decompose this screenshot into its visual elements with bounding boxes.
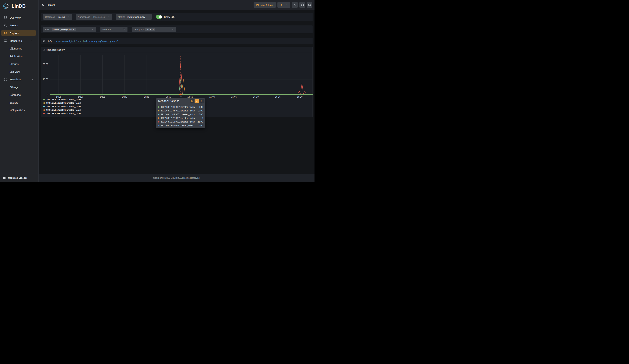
namespace-select[interactable]: Namespace Please select bbox=[76, 14, 112, 20]
tooltip-series-name: 192.168.1.135:9001:created_tasks bbox=[161, 110, 195, 112]
sidebar-item-dashboard[interactable]: Dashboard bbox=[1, 45, 36, 52]
help-button[interactable] bbox=[307, 2, 313, 8]
tooltip-timestamp: 2022-11-02 14:52:50 bbox=[158, 100, 179, 103]
sidebar-item-replication[interactable]: Replication bbox=[1, 53, 36, 59]
legend-item[interactable]: 192.168.1.108:9001:created_tasks bbox=[43, 98, 81, 101]
sidebar-item-search[interactable]: Search bbox=[1, 22, 36, 28]
sidebar-item-explore[interactable]: Explore bbox=[1, 99, 36, 106]
series-color-dot bbox=[43, 106, 45, 107]
tooltip-series-value: 21.00 bbox=[197, 121, 203, 123]
close-icon[interactable]: ✕ bbox=[73, 28, 74, 31]
chevron-down-icon bbox=[108, 16, 110, 18]
footer: Copyright © 2022 LinDB.io. All Rights Re… bbox=[39, 174, 314, 182]
group-by-tag[interactable]: node ✕ bbox=[146, 28, 156, 31]
metrics-select[interactable]: Metrics lindb.broker.query bbox=[116, 14, 152, 20]
group-by-select[interactable]: Group By node ✕ bbox=[132, 27, 176, 32]
github-icon bbox=[301, 3, 304, 7]
share-icon bbox=[11, 109, 14, 112]
sort-value-button[interactable]: 09 bbox=[199, 99, 204, 103]
line-chart-icon bbox=[43, 49, 45, 51]
show-lql-toggle-wrap: Show LQL bbox=[156, 15, 175, 19]
sidebar-item-request[interactable]: Request bbox=[1, 61, 36, 67]
collapse-sidebar-icon bbox=[3, 176, 6, 180]
sidebar-item-database[interactable]: Database bbox=[1, 92, 36, 98]
terminal-icon bbox=[42, 40, 45, 43]
svg-text:15:10: 15:10 bbox=[253, 96, 259, 98]
sidebar-item-multiple-idcs[interactable]: Multiple IDCs bbox=[1, 107, 36, 113]
database-select[interactable]: Database _internal bbox=[43, 14, 72, 20]
tooltip-row: 192.168.1.144:9001:created_tasks 10.00 bbox=[156, 113, 205, 116]
logo[interactable]: LinDB bbox=[0, 0, 38, 12]
svg-text:20.00: 20.00 bbox=[43, 63, 48, 65]
field-tag[interactable]: created_tasks(sum) ✕ bbox=[52, 28, 76, 31]
refresh-options-button[interactable] bbox=[284, 2, 290, 8]
series-192.168.1.135:9001:created_tasks bbox=[50, 79, 313, 95]
legend-label: 192.168.1.108:9001:created_tasks bbox=[46, 98, 81, 101]
series-color-dot bbox=[158, 106, 159, 108]
top-header: Explore Last 1 hour bbox=[39, 0, 314, 10]
filter-by-select[interactable]: Filter By bbox=[100, 27, 128, 32]
svg-text:0: 0 bbox=[47, 93, 48, 96]
replication-icon bbox=[11, 55, 14, 58]
sidebar-item-overview[interactable]: Overview bbox=[1, 14, 36, 21]
content: Database _internal Namespace Please sele… bbox=[39, 10, 314, 174]
field-select[interactable]: Field created_tasks(sum) ✕ bbox=[43, 27, 96, 32]
theme-toggle-button[interactable] bbox=[292, 2, 298, 8]
sidebar-item-label: Search bbox=[10, 24, 18, 27]
app-title: LinDB bbox=[11, 3, 26, 9]
namespace-placeholder: Please select bbox=[92, 16, 105, 18]
lindb-app: { "app": {"name": "LinDB"}, "header": { … bbox=[0, 0, 314, 182]
compass-icon bbox=[4, 31, 7, 35]
moon-icon bbox=[294, 3, 297, 6]
sidebar-item-metadata[interactable]: Metadata bbox=[1, 76, 36, 83]
series-192.168.1.108:9001:created_tasks bbox=[50, 79, 313, 95]
main-area: Explore Last 1 hour Data bbox=[39, 0, 314, 182]
sidebar-nav: Overview Search Explore Monitoring Dashb… bbox=[0, 12, 38, 113]
field-label: Field bbox=[45, 28, 50, 31]
sidebar-item-monitoring[interactable]: Monitoring bbox=[1, 38, 36, 44]
chevron-down-icon bbox=[108, 16, 110, 18]
collapse-sidebar-button[interactable]: Collapse Sidebar bbox=[0, 174, 38, 182]
sidebar-item-storage[interactable]: Storage bbox=[1, 84, 36, 90]
tooltip-series-value: 10.00 bbox=[197, 113, 203, 116]
legend-item[interactable]: 192.168.1.144:9001:created_tasks bbox=[43, 105, 81, 108]
legend-item[interactable]: 192.168.1.135:9001:created_tasks bbox=[43, 101, 81, 105]
chevron-down-icon bbox=[68, 16, 70, 18]
show-lql-toggle[interactable] bbox=[156, 15, 162, 19]
legend-item[interactable]: 192.168.1.177:9001:created_tasks bbox=[43, 108, 81, 112]
sort-alpha-button[interactable]: AZ bbox=[194, 99, 199, 103]
tooltip-rows: 192.168.1.108:9001:created_tasks 10.00 1… bbox=[156, 104, 205, 128]
dashboard-icon bbox=[11, 47, 14, 50]
time-range-button[interactable]: Last 1 hour bbox=[254, 2, 276, 8]
collapse-sidebar-icon bbox=[3, 176, 6, 180]
sidebar-item-log-view[interactable]: Log View bbox=[1, 68, 36, 75]
metric-chart[interactable]: 010.0020.0014:2514:3014:3514:4014:4514:5… bbox=[41, 53, 313, 98]
linql-query-link[interactable]: select 'created_tasks' from 'lindb.broke… bbox=[55, 40, 118, 42]
time-range-label: Last 1 hour bbox=[260, 4, 273, 6]
logview-icon bbox=[11, 70, 14, 73]
series-192.168.1.218:9001:created_tasks bbox=[50, 63, 313, 95]
series-color-dot bbox=[43, 113, 45, 114]
svg-text:14:50: 14:50 bbox=[165, 96, 171, 98]
close-icon[interactable]: ✕ bbox=[153, 28, 154, 31]
database-label: Database bbox=[45, 16, 55, 18]
database-icon bbox=[11, 93, 14, 96]
search-series-button[interactable] bbox=[190, 99, 194, 103]
refresh-button[interactable] bbox=[278, 2, 284, 8]
terminal-icon bbox=[42, 40, 45, 43]
legend-item[interactable]: 192.168.1.218:9001:created_tasks bbox=[43, 112, 81, 115]
chart-panel: lindb.broker.query 010.0020.0014:2514:30… bbox=[41, 47, 313, 117]
metrics-value: lindb.broker.query bbox=[127, 16, 145, 18]
refresh-icon bbox=[279, 3, 282, 6]
github-button[interactable] bbox=[299, 2, 305, 8]
funnel-icon bbox=[123, 28, 126, 31]
breadcrumb[interactable]: Explore bbox=[42, 3, 55, 6]
lindb-logo-icon bbox=[2, 3, 9, 10]
chart-title-bar: lindb.broker.query bbox=[41, 47, 313, 53]
sidebar-item-explore[interactable]: Explore bbox=[1, 30, 36, 36]
series-color-dot bbox=[158, 125, 159, 126]
copyright-text: Copyright © 2022 LinDB.io. All Rights Re… bbox=[153, 177, 200, 179]
field-tag-label: created_tasks(sum) bbox=[53, 28, 71, 31]
tooltip-arrow bbox=[179, 95, 182, 97]
collapse-sidebar-label: Collapse Sidebar bbox=[8, 177, 27, 179]
